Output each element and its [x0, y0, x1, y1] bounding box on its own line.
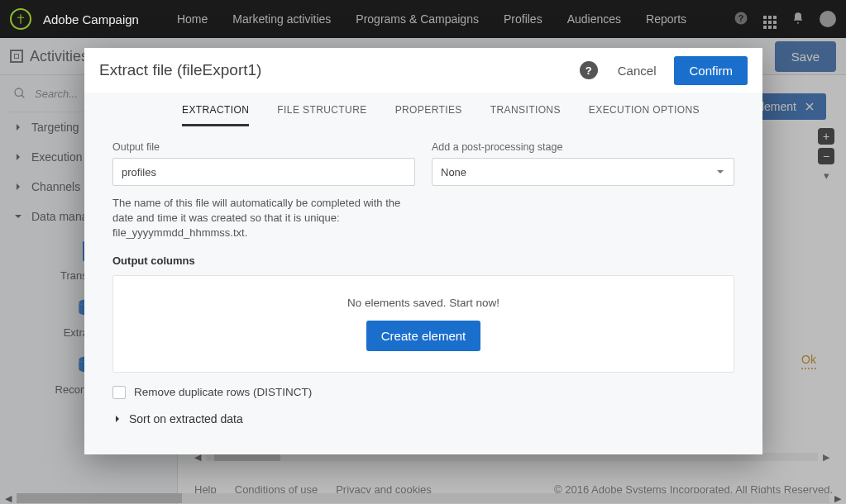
chevron-down-icon [715, 167, 725, 177]
distinct-checkbox[interactable] [112, 386, 126, 399]
nav-audiences[interactable]: Audiences [567, 12, 621, 26]
tab-extraction[interactable]: EXTRACTION [182, 104, 249, 126]
top-navbar: Adobe Campaign Home Marketing activities… [0, 0, 846, 38]
postprocessing-value: None [441, 166, 466, 178]
dialog-header: Extract file (fileExport1) ? Cancel Conf… [84, 48, 762, 93]
dialog-cancel-button[interactable]: Cancel [618, 64, 657, 78]
dialog-confirm-button[interactable]: Confirm [674, 56, 748, 85]
postprocessing-select[interactable]: None [432, 158, 734, 186]
nav-marketing-activities[interactable]: Marketing activities [232, 12, 331, 26]
sort-label: Sort on extracted data [129, 412, 243, 426]
distinct-label: Remove duplicate rows (DISTINCT) [134, 386, 312, 398]
output-columns-label: Output columns [112, 254, 734, 267]
postprocessing-label: Add a post-processing stage [432, 141, 734, 153]
nav-programs-campaigns[interactable]: Programs & Campaigns [356, 12, 479, 26]
notifications-icon[interactable] [791, 12, 805, 27]
tab-file-structure[interactable]: FILE STRUCTURE [277, 104, 366, 126]
output-file-input[interactable] [112, 158, 415, 186]
output-columns-box: No elements saved. Start now! Create ele… [112, 275, 734, 373]
nav-profiles[interactable]: Profiles [504, 12, 542, 26]
output-file-help-text: The name of this file will automatically… [112, 196, 415, 241]
extract-file-dialog: Extract file (fileExport1) ? Cancel Conf… [84, 48, 762, 454]
user-avatar[interactable] [820, 11, 836, 27]
dialog-body: Output file The name of this file will a… [84, 126, 762, 454]
nav-reports[interactable]: Reports [646, 12, 686, 26]
distinct-checkbox-row[interactable]: Remove duplicate rows (DISTINCT) [112, 386, 734, 399]
tab-transitions[interactable]: TRANSITIONS [490, 104, 561, 126]
chevron-right-icon [112, 414, 122, 424]
brand-logo-icon [10, 8, 31, 30]
help-icon[interactable]: ? [734, 11, 748, 28]
empty-columns-text: No elements saved. Start now! [347, 297, 499, 309]
dialog-title: Extract file (fileExport1) [99, 61, 261, 79]
apps-icon[interactable] [763, 9, 777, 29]
svg-text:?: ? [738, 12, 743, 22]
sort-accordion[interactable]: Sort on extracted data [112, 409, 734, 429]
dialog-help-icon[interactable]: ? [580, 61, 598, 79]
dialog-tabs: EXTRACTION FILE STRUCTURE PROPERTIES TRA… [84, 93, 762, 126]
brand-name: Adobe Campaign [43, 12, 139, 26]
tab-properties[interactable]: PROPERTIES [395, 104, 462, 126]
create-element-button[interactable]: Create element [366, 321, 481, 351]
tab-execution-options[interactable]: EXECUTION OPTIONS [589, 104, 700, 126]
output-file-label: Output file [112, 141, 415, 153]
nav-home[interactable]: Home [177, 12, 208, 26]
